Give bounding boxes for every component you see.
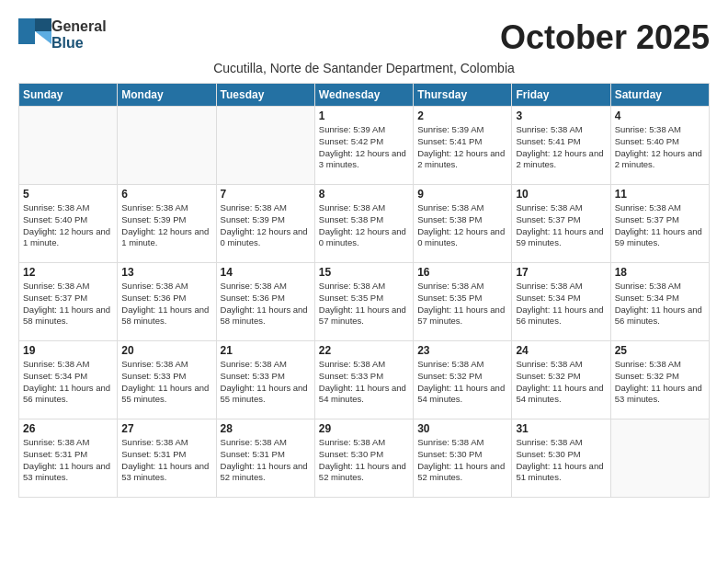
day-header-sunday: Sunday [19,84,118,107]
calendar-cell: 31Sunrise: 5:38 AM Sunset: 5:30 PM Dayli… [512,419,610,498]
day-info: Sunrise: 5:38 AM Sunset: 5:34 PM Dayligh… [516,281,606,327]
day-number: 11 [615,188,705,201]
calendar-cell: 16Sunrise: 5:38 AM Sunset: 5:35 PM Dayli… [414,263,512,341]
day-info: Sunrise: 5:39 AM Sunset: 5:42 PM Dayligh… [319,124,409,171]
calendar-cell: 24Sunrise: 5:38 AM Sunset: 5:32 PM Dayli… [512,341,610,419]
day-number: 23 [417,344,507,357]
day-number: 2 [417,109,507,122]
day-header-wednesday: Wednesday [314,84,413,107]
day-number: 20 [121,344,211,357]
day-number: 8 [319,188,409,201]
day-info: Sunrise: 5:38 AM Sunset: 5:35 PM Dayligh… [319,281,409,327]
calendar-cell: 4Sunrise: 5:38 AM Sunset: 5:40 PM Daylig… [610,107,709,185]
calendar-cell: 3Sunrise: 5:38 AM Sunset: 5:41 PM Daylig… [512,107,610,185]
day-number: 31 [516,422,606,435]
logo-general: General [51,18,107,35]
calendar-week-1: 1Sunrise: 5:39 AM Sunset: 5:42 PM Daylig… [19,107,710,185]
calendar-cell [19,107,118,185]
day-info: Sunrise: 5:38 AM Sunset: 5:39 PM Dayligh… [221,202,311,249]
day-number: 22 [319,344,409,357]
day-header-saturday: Saturday [610,84,709,107]
calendar-title: October 2025 [500,18,710,57]
calendar-cell: 1Sunrise: 5:39 AM Sunset: 5:42 PM Daylig… [314,107,413,185]
day-number: 12 [23,266,113,279]
day-info: Sunrise: 5:38 AM Sunset: 5:30 PM Dayligh… [319,437,409,484]
svg-rect-0 [18,18,35,31]
day-info: Sunrise: 5:38 AM Sunset: 5:34 PM Dayligh… [615,281,705,327]
day-info: Sunrise: 5:38 AM Sunset: 5:38 PM Dayligh… [417,202,507,249]
svg-rect-3 [18,31,35,44]
calendar-subtitle: Cucutilla, Norte de Santander Department… [18,61,710,75]
calendar-cell [118,107,216,185]
calendar-cell: 2Sunrise: 5:39 AM Sunset: 5:41 PM Daylig… [414,107,512,185]
day-header-friday: Friday [512,84,610,107]
day-number: 5 [23,188,113,201]
day-number: 15 [319,266,409,279]
day-info: Sunrise: 5:38 AM Sunset: 5:30 PM Dayligh… [417,437,507,484]
day-number: 16 [417,266,507,279]
day-info: Sunrise: 5:38 AM Sunset: 5:39 PM Dayligh… [121,202,211,249]
logo-icon [18,18,51,51]
day-header-thursday: Thursday [414,84,512,107]
day-number: 3 [516,109,606,122]
day-info: Sunrise: 5:38 AM Sunset: 5:34 PM Dayligh… [23,359,113,406]
day-number: 19 [23,344,113,357]
logo: General Blue [18,18,107,51]
day-number: 7 [221,188,311,201]
day-info: Sunrise: 5:38 AM Sunset: 5:37 PM Dayligh… [615,202,705,249]
day-info: Sunrise: 5:38 AM Sunset: 5:35 PM Dayligh… [417,281,507,327]
day-number: 1 [319,109,409,122]
day-info: Sunrise: 5:38 AM Sunset: 5:40 PM Dayligh… [23,202,113,249]
day-number: 27 [121,422,211,435]
day-number: 10 [516,188,606,201]
day-info: Sunrise: 5:38 AM Sunset: 5:38 PM Dayligh… [319,202,409,249]
calendar-cell: 19Sunrise: 5:38 AM Sunset: 5:34 PM Dayli… [19,341,118,419]
day-info: Sunrise: 5:38 AM Sunset: 5:40 PM Dayligh… [615,124,705,171]
calendar-cell: 17Sunrise: 5:38 AM Sunset: 5:34 PM Dayli… [512,263,610,341]
day-info: Sunrise: 5:38 AM Sunset: 5:33 PM Dayligh… [221,359,311,406]
day-number: 6 [121,188,211,201]
calendar-cell: 15Sunrise: 5:38 AM Sunset: 5:35 PM Dayli… [314,263,413,341]
day-header-tuesday: Tuesday [216,84,314,107]
calendar-cell: 23Sunrise: 5:38 AM Sunset: 5:32 PM Dayli… [414,341,512,419]
day-number: 25 [615,344,705,357]
day-info: Sunrise: 5:38 AM Sunset: 5:37 PM Dayligh… [516,202,606,249]
calendar-cell: 6Sunrise: 5:38 AM Sunset: 5:39 PM Daylig… [118,185,216,263]
day-info: Sunrise: 5:38 AM Sunset: 5:32 PM Dayligh… [516,359,606,406]
calendar-cell: 9Sunrise: 5:38 AM Sunset: 5:38 PM Daylig… [414,185,512,263]
day-info: Sunrise: 5:39 AM Sunset: 5:41 PM Dayligh… [417,124,507,171]
calendar-table: SundayMondayTuesdayWednesdayThursdayFrid… [18,83,710,498]
day-info: Sunrise: 5:38 AM Sunset: 5:31 PM Dayligh… [121,437,211,484]
calendar-cell: 18Sunrise: 5:38 AM Sunset: 5:34 PM Dayli… [610,263,709,341]
day-info: Sunrise: 5:38 AM Sunset: 5:32 PM Dayligh… [417,359,507,406]
calendar-cell: 27Sunrise: 5:38 AM Sunset: 5:31 PM Dayli… [118,419,216,498]
day-info: Sunrise: 5:38 AM Sunset: 5:36 PM Dayligh… [221,281,311,327]
day-info: Sunrise: 5:38 AM Sunset: 5:36 PM Dayligh… [121,281,211,327]
day-number: 30 [417,422,507,435]
day-number: 17 [516,266,606,279]
calendar-cell: 8Sunrise: 5:38 AM Sunset: 5:38 PM Daylig… [314,185,413,263]
day-number: 4 [615,109,705,122]
calendar-cell: 7Sunrise: 5:38 AM Sunset: 5:39 PM Daylig… [216,185,314,263]
calendar-cell: 22Sunrise: 5:38 AM Sunset: 5:33 PM Dayli… [314,341,413,419]
calendar-cell: 26Sunrise: 5:38 AM Sunset: 5:31 PM Dayli… [19,419,118,498]
calendar-cell: 13Sunrise: 5:38 AM Sunset: 5:36 PM Dayli… [118,263,216,341]
calendar-week-2: 5Sunrise: 5:38 AM Sunset: 5:40 PM Daylig… [19,185,710,263]
calendar-week-5: 26Sunrise: 5:38 AM Sunset: 5:31 PM Dayli… [19,419,710,498]
calendar-cell: 29Sunrise: 5:38 AM Sunset: 5:30 PM Dayli… [314,419,413,498]
calendar-cell: 28Sunrise: 5:38 AM Sunset: 5:31 PM Dayli… [216,419,314,498]
calendar-cell: 11Sunrise: 5:38 AM Sunset: 5:37 PM Dayli… [610,185,709,263]
calendar-cell: 21Sunrise: 5:38 AM Sunset: 5:33 PM Dayli… [216,341,314,419]
day-info: Sunrise: 5:38 AM Sunset: 5:31 PM Dayligh… [23,437,113,484]
day-number: 29 [319,422,409,435]
day-number: 26 [23,422,113,435]
day-info: Sunrise: 5:38 AM Sunset: 5:33 PM Dayligh… [121,359,211,406]
day-info: Sunrise: 5:38 AM Sunset: 5:37 PM Dayligh… [23,281,113,327]
calendar-cell: 20Sunrise: 5:38 AM Sunset: 5:33 PM Dayli… [118,341,216,419]
day-info: Sunrise: 5:38 AM Sunset: 5:31 PM Dayligh… [221,437,311,484]
day-number: 18 [615,266,705,279]
days-header-row: SundayMondayTuesdayWednesdayThursdayFrid… [19,84,710,107]
day-number: 9 [417,188,507,201]
calendar-cell: 30Sunrise: 5:38 AM Sunset: 5:30 PM Dayli… [414,419,512,498]
calendar-cell: 14Sunrise: 5:38 AM Sunset: 5:36 PM Dayli… [216,263,314,341]
